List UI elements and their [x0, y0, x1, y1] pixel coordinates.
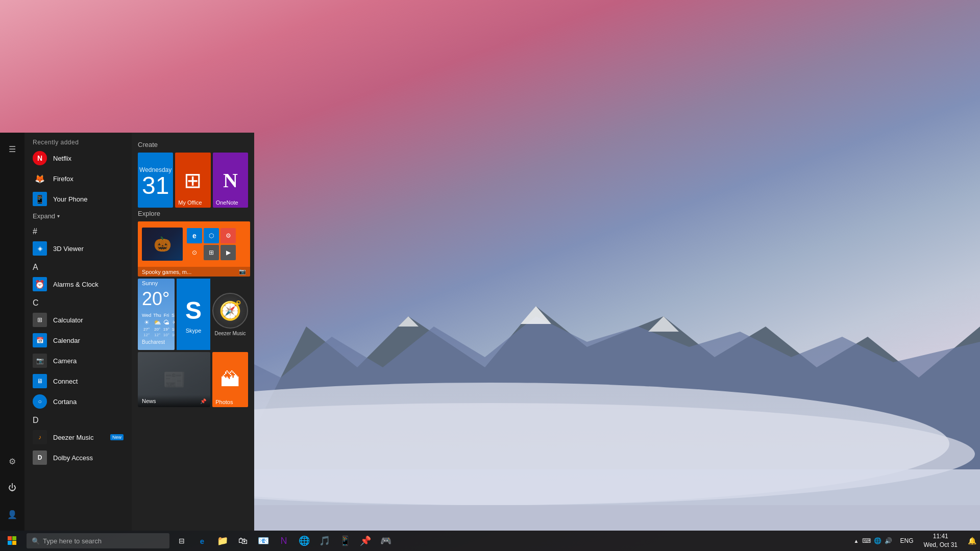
hamburger-menu-button[interactable]: ☰: [0, 137, 24, 161]
store-title: Spooky games, m...: [142, 269, 191, 275]
taskbar-app-phone[interactable]: 📱: [335, 531, 355, 551]
start-button[interactable]: [0, 531, 24, 551]
app-item-3dviewer[interactable]: ◈ 3D Viewer: [24, 238, 132, 259]
start-tiles: Create Wednesday 31 ⊞ My Office N OneNot…: [132, 133, 254, 531]
system-tray-icons: ▲ ⌨ 🌐 🔊: [850, 537, 896, 544]
app-label-camera: Camera: [53, 357, 77, 365]
wed-high: 27°: [143, 327, 150, 332]
tray-icon-chevron[interactable]: ▲: [854, 538, 859, 544]
taskbar-app-mail[interactable]: 📧: [253, 531, 274, 551]
app-item-netflix[interactable]: N Netflix: [24, 148, 132, 168]
office-tile-label: My Office: [178, 199, 202, 206]
windows-logo-icon: [8, 536, 17, 545]
fri-label: Fri: [164, 313, 169, 318]
desktop: ☰ ⚙ ⏻ 👤 Recently added N Netflix 🦊 Firef…: [0, 0, 980, 551]
skype-icon: S: [178, 295, 209, 325]
taskbar-app-pin[interactable]: 📌: [355, 531, 376, 551]
app-item-your-phone[interactable]: 📱 Your Phone: [24, 189, 132, 209]
taskbar-search[interactable]: 🔍 Type here to search: [27, 533, 169, 548]
app-item-alarms[interactable]: ⏰ Alarms & Clock: [24, 274, 132, 294]
app-item-connect[interactable]: 🖥 Connect: [24, 371, 132, 391]
app-label-netflix: Netflix: [53, 155, 71, 162]
sat-high: 18°: [172, 327, 175, 332]
new-badge-deezer: New: [110, 434, 124, 440]
tile-news[interactable]: 📰 News 📌: [138, 352, 210, 407]
alpha-a: A: [24, 259, 132, 274]
wed-icon: ☀: [144, 319, 150, 326]
tile-deezer[interactable]: 🧭 Deezer Music: [212, 279, 248, 350]
news-photos-row: 📰 News 📌 🏔 Photos: [138, 352, 248, 407]
search-icon: 🔍: [32, 537, 40, 545]
svg-marker-3: [521, 306, 551, 324]
taskbar-pinned-apps: ⊟ e 📁 🛍 📧 N 🌐 🎵 📱 📌 🎮: [172, 531, 396, 551]
tile-onenote[interactable]: N OneNote: [213, 153, 248, 208]
weather-condition: Sunny: [142, 280, 170, 286]
app-item-calendar[interactable]: 📅 Calendar: [24, 330, 132, 350]
deezer-tile-label: Deezer Music: [214, 331, 246, 336]
app-label-deezer: Deezer Music: [53, 434, 93, 441]
store-game-image: 🎃: [142, 228, 183, 261]
weather-forecast: Wed ☀ 27° 12° Thu ⛅ 20° 12° Fri: [142, 313, 170, 337]
svg-rect-12: [12, 541, 16, 545]
onenote-tile-label: OneNote: [216, 199, 238, 206]
tile-office[interactable]: ⊞ My Office: [175, 153, 210, 208]
tray-icon-keyboard[interactable]: ⌨: [862, 537, 871, 544]
tile-store[interactable]: 🎃 e ⬡ ⚙ ⊙ ⊞ ▶: [138, 221, 250, 277]
clock-time: 11:41: [933, 532, 948, 541]
svg-marker-4: [648, 316, 679, 332]
photos-icon: 🏔: [220, 369, 240, 391]
app-label-cortana: Cortana: [53, 398, 77, 406]
app-label-calendar: Calendar: [53, 337, 80, 344]
settings-rail-button[interactable]: ⚙: [0, 449, 24, 473]
tile-photos[interactable]: 🏔 Photos: [212, 352, 248, 407]
notification-button[interactable]: 🔔: [964, 531, 980, 551]
app-label-firefox: Firefox: [53, 175, 74, 183]
thu-label: Thu: [153, 313, 161, 318]
calendar-day-name: Wednesday: [139, 166, 172, 173]
weather-day-fri: Fri 🌤 19° 10°: [163, 313, 169, 337]
app-item-firefox[interactable]: 🦊 Firefox: [24, 168, 132, 189]
start-app-list: Recently added N Netflix 🦊 Firefox 📱 You…: [24, 133, 132, 531]
power-rail-button[interactable]: ⏻: [0, 475, 24, 500]
store-icon-msn: ⬡: [204, 228, 219, 243]
taskbar-app-edge[interactable]: e: [192, 531, 212, 551]
user-rail-button[interactable]: 👤: [0, 502, 24, 527]
taskbar-left: 🔍 Type here to search ⊟ e 📁 🛍 📧 N 🌐 🎵 📱 …: [0, 531, 396, 551]
wed-low: 12°: [143, 333, 150, 337]
app-item-camera[interactable]: 📷 Camera: [24, 350, 132, 371]
taskbar-app-music[interactable]: 🎵: [314, 531, 335, 551]
taskbar-app-store[interactable]: 🛍: [233, 531, 253, 551]
tray-icon-volume[interactable]: 🔊: [885, 537, 892, 544]
news-tile-label: News: [142, 398, 156, 404]
taskbar-app-game[interactable]: 🎮: [376, 531, 396, 551]
taskbar-app-browser2[interactable]: 🌐: [294, 531, 314, 551]
expand-button[interactable]: Expand ▾: [24, 209, 132, 223]
app-item-cortana[interactable]: ○ Cortana: [24, 391, 132, 412]
tile-calendar[interactable]: Wednesday 31: [138, 153, 173, 208]
photos-tile-label: Photos: [215, 399, 233, 405]
app-item-calculator[interactable]: ⊞ Calculator: [24, 310, 132, 330]
svg-rect-11: [8, 541, 12, 545]
svg-marker-0: [204, 306, 980, 531]
tile-weather[interactable]: Sunny 20° Wed ☀ 27° 12° Thu ⛅ 20°: [138, 279, 175, 350]
taskbar-app-explorer[interactable]: 📁: [212, 531, 233, 551]
thu-icon: ⛅: [154, 319, 161, 326]
app-item-dolby[interactable]: D Dolby Access: [24, 447, 132, 468]
app-label-dolby: Dolby Access: [53, 454, 93, 462]
alpha-c: C: [24, 294, 132, 310]
start-left-rail: ☰ ⚙ ⏻ 👤: [0, 133, 24, 531]
taskbar-app-taskview[interactable]: ⊟: [172, 531, 192, 551]
svg-rect-9: [8, 536, 12, 540]
news-pin-icon: 📌: [200, 398, 206, 404]
tile-skype[interactable]: S Skype: [177, 279, 210, 350]
taskbar-clock[interactable]: 11:41 Wed, Oct 31: [918, 531, 964, 551]
taskbar-language[interactable]: ENG: [896, 537, 918, 544]
store-icon-calc: ⊞: [204, 245, 219, 260]
app-item-deezer[interactable]: ♪ Deezer Music New: [24, 427, 132, 447]
store-icon-settings: ⚙: [220, 228, 236, 243]
tray-icon-network[interactable]: 🌐: [874, 537, 881, 544]
expand-chevron-icon: ▾: [57, 213, 60, 219]
taskbar-app-onenote[interactable]: N: [274, 531, 294, 551]
news-overlay: News 📌: [138, 395, 210, 407]
store-icon-edge: e: [187, 228, 202, 243]
